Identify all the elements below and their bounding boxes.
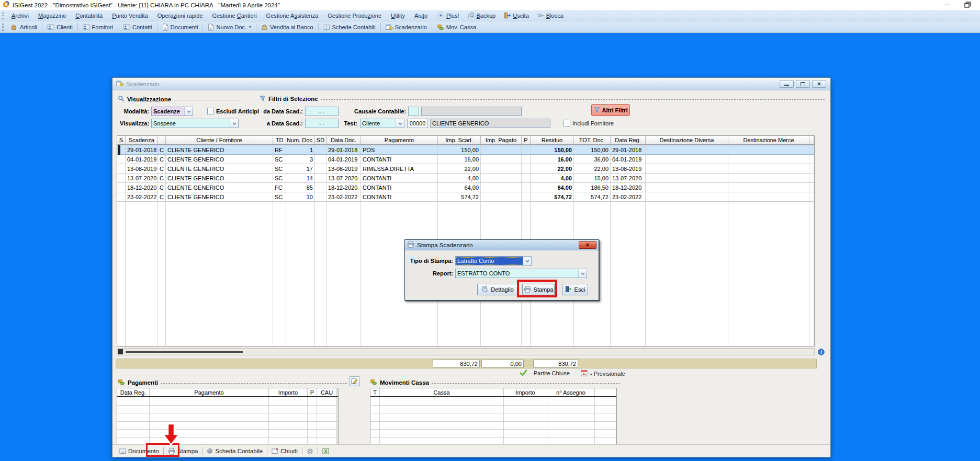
chevron-down-icon[interactable] [184, 107, 193, 116]
column-header-n-assegno[interactable]: n° Assegno [547, 388, 595, 396]
toolbar-button-scadenzario[interactable]: Scadenzario [381, 22, 431, 31]
column-header-blank[interactable] [337, 388, 338, 396]
column-header-td[interactable]: TD [273, 136, 286, 144]
column-header-imp-scad[interactable]: Imp. Scad. [438, 136, 481, 144]
menu-item-punto-vendita[interactable]: Punto Vendita [107, 12, 153, 19]
footer-button-settings[interactable] [303, 448, 317, 455]
footer-button-export[interactable]: X [319, 448, 332, 454]
column-header-cliente-fornitore[interactable]: Cliente / Fornitore [166, 136, 273, 144]
tipo-di-stampa-combo[interactable]: Estratto Conto [455, 256, 532, 266]
minimize-button[interactable] [943, 1, 951, 8]
menu-item-contabilit[interactable]: Contabilità [71, 12, 107, 19]
menu-item-utility[interactable]: Utility [386, 12, 410, 19]
column-header-blank[interactable] [158, 136, 166, 144]
column-header-p[interactable]: P [308, 388, 317, 396]
includi-fornitore-checkbox[interactable] [564, 120, 570, 126]
column-header-data-reg[interactable]: Data Reg. [611, 136, 646, 144]
horizontal-scrollbar[interactable] [117, 348, 815, 355]
chevron-down-icon[interactable] [523, 257, 531, 265]
table-row[interactable]: 29-01-2018CCLIENTE GENERICORF129-01-2018… [117, 145, 814, 155]
menu-item-gestione-assistenza[interactable]: Gestione Assistenza [262, 12, 323, 19]
menu-item-backup[interactable]: Backup [464, 12, 500, 19]
test-tipo-combo[interactable]: Cliente [360, 119, 404, 128]
table-row[interactable]: 04-01-2019CCLIENTE GENERICOSC304-01-2019… [117, 155, 814, 164]
toolbar-button-fornitori[interactable]: Fornitori [78, 22, 117, 31]
column-header-cassa[interactable]: Cassa [380, 388, 504, 396]
window-minimize-button[interactable] [780, 80, 794, 88]
window-titlebar[interactable]: Scadenzario [112, 78, 830, 90]
menu-item-gestione-cantieri[interactable]: Gestione Cantieri [208, 12, 262, 19]
table-cell [728, 305, 809, 315]
info-icon[interactable]: i [818, 349, 825, 356]
column-header-t[interactable]: T [370, 388, 380, 396]
menu-item-archivi[interactable]: Archivi [7, 12, 33, 19]
toolbar-button-contatti[interactable]: Contatti [119, 22, 156, 31]
dialog-titlebar[interactable]: Stampa Scadenzario ✕ [405, 240, 599, 250]
restore-button[interactable] [963, 1, 972, 8]
toolbar-button-documenti[interactable]: Documenti [158, 22, 202, 32]
column-header-p[interactable]: P [522, 136, 531, 144]
chevron-down-icon[interactable] [230, 119, 238, 128]
footer-button-chiudi[interactable]: Chiudi [268, 448, 301, 454]
table-row[interactable]: 13-07-2020CCLIENTE GENERICOSC1413-07-202… [117, 174, 814, 183]
column-header-destinazione-diversa[interactable]: Destinazione Diversa [646, 136, 728, 144]
column-header-residuo[interactable]: Residuo [531, 136, 574, 144]
menu-item-aiuto[interactable]: Aiuto [410, 12, 432, 19]
column-header-s[interactable]: S [117, 136, 126, 144]
table-row[interactable]: 23-02-2022CCLIENTE GENERICOSC1023-02-202… [117, 192, 814, 202]
column-header-pagamento[interactable]: Pagamento [150, 388, 269, 396]
menu-item-operazioni-rapide[interactable]: Operazioni rapide [153, 12, 208, 19]
menu-item-gestione-produzione[interactable]: Gestione Produzione [323, 12, 386, 19]
column-header-blank[interactable] [809, 136, 814, 144]
footer-button-documento[interactable]: Documento [116, 448, 162, 454]
column-header-pagamento[interactable]: Pagamento [361, 136, 438, 144]
column-header-imp-pagato[interactable]: Imp. Pagato [481, 136, 522, 144]
footer-button-scheda-contabile[interactable]: Scheda Contabile [204, 448, 266, 454]
da-data-field[interactable]: - - [305, 107, 339, 116]
footer-button-stampa[interactable]: Stampa [165, 448, 201, 455]
stampa-button[interactable]: Stampa [522, 284, 555, 295]
toolbar-button-articoli[interactable]: Articoli [7, 22, 41, 31]
toolbar-button-clienti[interactable]: Clienti [43, 22, 77, 31]
toolbar-button-nuovo-doc[interactable]: Nuovo Doc.▾ [204, 22, 255, 32]
menu-item-plus[interactable]: Plus! [433, 12, 463, 19]
column-header-blank[interactable] [595, 388, 616, 396]
escludi-anticipi-checkbox[interactable] [207, 108, 214, 114]
column-header-importo[interactable]: Importo [269, 388, 308, 396]
dettaglio-button[interactable]: Dettaglio [477, 284, 518, 295]
column-header-data-reg[interactable]: Data Reg. [117, 388, 150, 396]
table-row[interactable]: 13-08-2019CCLIENTE GENERICOSC1713-08-201… [117, 164, 814, 174]
column-header-cau[interactable]: CAU [317, 388, 337, 396]
modalita-combo[interactable]: Scadenze [151, 107, 193, 116]
visualizza-combo[interactable]: Sospese [151, 119, 239, 128]
column-header-tot-doc[interactable]: TOT. Doc. [574, 136, 611, 144]
a-data-field[interactable]: - - [305, 119, 339, 128]
scrollbar-thumb[interactable] [126, 351, 243, 353]
table-row[interactable]: 18-12-2020CCLIENTE GENERICOFC8518-12-202… [117, 183, 814, 192]
toolbar-button-schede-contabili[interactable]: Schede Contabili [319, 23, 380, 31]
window-close-button[interactable]: ✕ [812, 80, 826, 88]
test-codice-field[interactable]: 00000 [407, 119, 428, 128]
chevron-down-icon[interactable] [578, 269, 587, 278]
column-header-num-doc[interactable]: Num. Doc. [286, 136, 315, 144]
menu-item-blocca[interactable]: Blocca [533, 12, 568, 19]
column-header-scadenza[interactable]: Scadenza [126, 136, 158, 144]
toolbar-button-mov-cassa[interactable]: Mov. Cassa [433, 22, 480, 31]
column-header-data-doc[interactable]: Data Doc. [326, 136, 361, 144]
dialog-close-button[interactable]: ✕ [579, 241, 596, 249]
chevron-down-icon[interactable] [396, 119, 404, 128]
causale-code-field[interactable] [408, 107, 419, 116]
menu-item-uscita[interactable]: Uscita [500, 12, 533, 19]
esci-button[interactable]: Esci [562, 284, 588, 295]
report-combo[interactable]: ESTRATTO CONTO [455, 269, 587, 278]
window-maximize-button[interactable] [796, 80, 810, 88]
altri-filtri-button[interactable]: Altri Filtri [591, 104, 630, 116]
table-cell [728, 296, 809, 305]
toolbar-button-vendita-al-banco[interactable]: Vendita al Banco [257, 22, 318, 31]
column-header-destinazione-merce[interactable]: Destinazione Merce [728, 136, 809, 144]
table-cell [809, 211, 814, 221]
edit-pagamenti-button[interactable] [349, 376, 360, 386]
column-header-importo[interactable]: Importo [504, 388, 547, 396]
column-header-sd[interactable]: SD [315, 136, 326, 144]
menu-item-magazzino[interactable]: Magazzino [33, 12, 71, 19]
